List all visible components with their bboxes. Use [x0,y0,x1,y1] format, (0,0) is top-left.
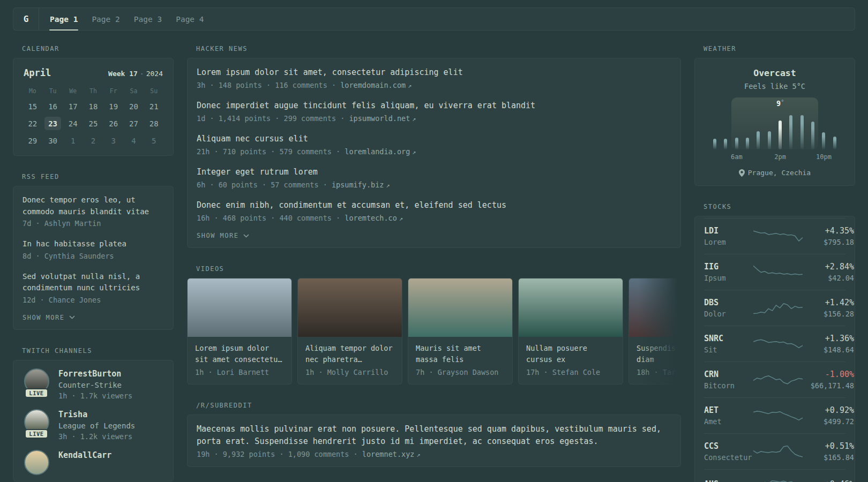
stock-row[interactable]: AET Amet +0.92% $499.72 [704,397,845,433]
stock-ticker[interactable]: AHS [704,479,753,482]
stock-ticker[interactable]: DBS [704,298,753,307]
calendar-day: 26 [105,117,122,130]
top-navbar: G Page 1Page 2Page 3Page 4 [13,7,855,31]
weather-location: Prague, Czechia [704,169,845,177]
hackernews-meta-text: 16h · 468 points · 440 comments · [197,214,345,222]
video-title[interactable]: Nullam posuere cursus ex [526,343,615,365]
stock-row[interactable]: LDI Lorem +4.35% $795.18 [704,218,845,254]
video-thumbnail[interactable] [408,278,512,337]
nav-tab-page[interactable]: Page 1 [43,8,85,30]
video-card[interactable]: Nullam posuere cursus ex 17h · Stefan Co… [518,278,623,385]
nav-tab-page[interactable]: Page 4 [169,8,211,30]
subreddit-heading: /r/subreddit [196,402,681,409]
stock-row[interactable]: IIG Ipsum +2.84% $42.04 [704,254,845,290]
video-thumbnail[interactable] [188,278,291,337]
hackernews-domain-link[interactable]: loremlandia.org [345,147,410,156]
video-card[interactable]: Mauris sit amet massa felis 7h · Grayson… [408,278,513,385]
video-thumbnail[interactable] [519,278,623,337]
temperature-bar [713,139,716,149]
stock-row[interactable]: DBS Dolor +1.42% $156.28 [704,290,845,326]
external-link-icon: ↗ [412,148,416,156]
twitch-channel-row[interactable]: LIVE Trisha League of Legends 3h · 1.2k … [23,409,164,441]
calendar-year: 2024 [146,70,163,78]
hackernews-show-more-button[interactable]: SHOW MORE [197,232,249,239]
calendar-weekday-label: Fr [110,86,117,96]
stock-ticker[interactable]: LDI [704,226,753,236]
video-thumbnail[interactable] [298,278,402,337]
stock-identity: IIG Ipsum [704,262,753,282]
hackernews-meta-text: 21h · 710 points · 579 comments · [197,147,345,156]
rss-show-more-button[interactable]: SHOW MORE [23,314,75,321]
hackernews-item-title[interactable]: Aliquam nec cursus elit [197,133,671,145]
calendar-month: April [24,67,51,78]
twitch-channel-row[interactable]: KendallCarr [23,450,164,473]
rss-item-title[interactable]: Sed volutpat nulla nisl, a condimentum n… [23,271,164,294]
hackernews-item[interactable]: Donec imperdiet augue tincidunt felis al… [197,100,671,123]
chevron-down-icon [243,234,249,238]
degree-symbol: ° [781,99,784,105]
hackernews-domain-link[interactable]: ipsumworld.net [349,114,410,123]
live-badge: LIVE [25,429,48,439]
video-title[interactable]: Aliquam tempor dolor nec pharetra… [305,343,394,365]
subreddit-post[interactable]: Maecenas mollis pulvinar erat non posuer… [197,423,671,458]
twitch-channel-name[interactable]: KendallCarr [58,450,111,460]
stock-row[interactable]: CRN Bitcorn -1.00% $66,171.48 [704,362,845,397]
twitch-channel-info: Trisha League of Legends 3h · 1.2k viewe… [58,409,135,441]
external-link-icon: ↗ [386,182,390,189]
stock-row[interactable]: CCS Consectetur +0.51% $165.84 [704,433,845,469]
rss-item[interactable]: In hac habitasse platea 8d · Cynthia Sau… [23,238,164,260]
subreddit-domain-link[interactable]: loremnet.xyz [362,450,415,458]
stock-change-percent: +4.35% [803,226,854,236]
rss-item[interactable]: Donec tempor eros leo, ut commodo mauris… [23,194,164,228]
video-card[interactable]: Lorem ipsum dolor sit amet consectetu… 1… [187,278,292,385]
stock-ticker[interactable]: AET [704,405,753,415]
calendar-weekday-label: Su [150,86,158,96]
twitch-channel-name[interactable]: ForrestBurton [58,368,132,379]
stock-ticker[interactable]: CRN [704,370,753,379]
rss-item-title[interactable]: In hac habitasse platea [23,238,164,250]
video-thumbnail[interactable] [629,278,681,337]
app-logo[interactable]: G [13,8,39,30]
stock-sparkline [753,228,803,244]
hackernews-item[interactable]: Integer eget rutrum lorem 6h · 60 points… [197,166,671,189]
stock-ticker[interactable]: SNRC [704,334,753,343]
hackernews-item[interactable]: Aliquam nec cursus elit 21h · 710 points… [197,133,671,156]
show-more-label: SHOW MORE [197,232,239,239]
rss-item-title[interactable]: Donec tempor eros leo, ut commodo mauris… [23,194,164,217]
stock-identity: SNRC Sit [704,334,753,354]
hackernews-item[interactable]: Donec enim nibh, condimentum et accumsan… [197,199,671,222]
hackernews-item[interactable]: Lorem ipsum dolor sit amet, consectetur … [197,66,671,89]
hackernews-item-title[interactable]: Integer eget rutrum lorem [197,166,671,178]
video-title[interactable]: Suspendisse euismod diam [637,343,681,365]
rss-card: Donec tempor eros leo, ut commodo mauris… [13,186,174,330]
dot-separator: · [138,70,146,78]
stock-sparkline [753,408,803,424]
stock-identity: CCS Consectetur [704,441,753,462]
nav-tab-page[interactable]: Page 3 [127,8,169,30]
video-card[interactable]: Aliquam tempor dolor nec pharetra… 1h · … [297,278,402,385]
stock-ticker[interactable]: IIG [704,262,753,272]
calendar-day: 30 [44,134,61,147]
stock-values: +4.35% $795.18 [803,226,854,246]
twitch-channel-info: ForrestBurton Counter-Strike 1h · 1.7k v… [58,368,132,400]
hackernews-item-title[interactable]: Lorem ipsum dolor sit amet, consectetur … [197,66,671,79]
video-card[interactable]: Suspendisse euismod diam 18h · Tara Flem… [628,278,681,385]
hackernews-domain-link[interactable]: ipsumify.biz [332,180,384,189]
hackernews-item-title[interactable]: Donec enim nibh, condimentum et accumsan… [197,199,671,212]
rss-item[interactable]: Sed volutpat nulla nisl, a condimentum n… [23,271,164,304]
twitch-channel-name[interactable]: Trisha [58,409,135,419]
stock-row[interactable]: SNRC Sit +1.36% $148.64 [704,326,845,362]
temperature-bar [735,138,738,149]
video-title[interactable]: Mauris sit amet massa felis [416,343,505,365]
stock-ticker[interactable]: CCS [704,441,753,451]
stock-row[interactable]: AHS +0.46% [704,469,845,482]
hackernews-item-title[interactable]: Donec imperdiet augue tincidunt felis al… [197,100,671,112]
video-title[interactable]: Lorem ipsum dolor sit amet consectetu… [195,343,284,365]
twitch-channel-row[interactable]: LIVE ForrestBurton Counter-Strike 1h · 1… [23,368,164,400]
temperature-bar [789,115,792,149]
hackernews-domain-link[interactable]: loremdomain.com [340,81,406,89]
calendar-day: 20 [125,100,142,113]
subreddit-post-title[interactable]: Maecenas mollis pulvinar erat non posuer… [197,423,671,448]
nav-tab-page[interactable]: Page 2 [85,8,126,30]
hackernews-domain-link[interactable]: loremtech.co [345,214,397,222]
